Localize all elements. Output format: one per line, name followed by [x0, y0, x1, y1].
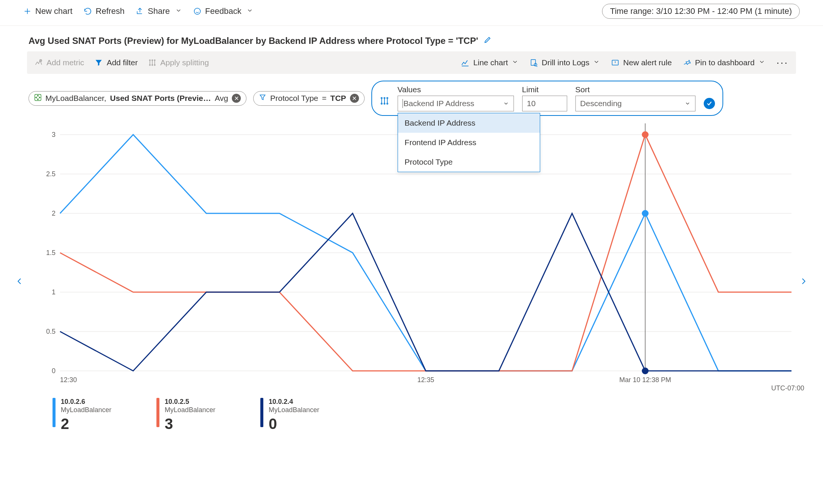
legend-item[interactable]: 10.0.2.6 MyLoadBalancer 2 — [53, 398, 111, 433]
svg-text:0: 0 — [52, 367, 56, 375]
svg-text:1.5: 1.5 — [46, 249, 56, 256]
svg-point-0 — [194, 8, 201, 15]
refresh-label: Refresh — [96, 6, 125, 16]
edit-title-button[interactable] — [484, 36, 492, 46]
top-toolbar: New chart Refresh Share Feedback Time ra… — [0, 0, 823, 26]
dropdown-option-frontend-ip[interactable]: Frontend IP Address — [398, 133, 540, 152]
new-chart-label: New chart — [35, 6, 72, 16]
smiley-icon — [193, 7, 201, 15]
remove-metric-button[interactable]: ✕ — [232, 94, 241, 103]
next-chart-button[interactable] — [795, 272, 812, 292]
time-range-label: Time range: 3/10 12:30 PM - 12:40 PM (1 … — [610, 6, 792, 16]
drill-into-logs-button[interactable]: Drill into Logs — [530, 58, 600, 67]
chart-type-label: Line chart — [473, 58, 508, 67]
legend-item[interactable]: 10.0.2.5 MyLoadBalancer 3 — [156, 398, 215, 433]
add-metric-icon — [35, 58, 43, 67]
feedback-button[interactable]: Feedback — [193, 6, 254, 16]
more-options-button[interactable]: ··· — [776, 57, 788, 69]
add-filter-label: Add filter — [107, 58, 138, 67]
pin-icon — [683, 58, 691, 67]
splitting-icon — [148, 58, 156, 67]
chart-type-button[interactable]: Line chart — [461, 58, 518, 67]
filter-pill-val: TCP — [330, 94, 346, 103]
chart-legend: 10.0.2.6 MyLoadBalancer 2 10.0.2.5 MyLoa… — [53, 398, 808, 433]
metric-pill-metric: Used SNAT Ports (Previe… — [110, 94, 211, 103]
chart-title: Avg Used SNAT Ports (Preview) for MyLoad… — [29, 36, 478, 46]
legend-color-bar — [53, 398, 56, 427]
chart-title-row: Avg Used SNAT Ports (Preview) for MyLoad… — [0, 26, 823, 51]
new-alert-rule-button[interactable]: New alert rule — [611, 58, 672, 67]
legend-item[interactable]: 10.0.2.4 MyLoadBalancer 0 — [260, 398, 319, 433]
limit-input[interactable] — [522, 96, 567, 111]
pin-to-dashboard-button[interactable]: Pin to dashboard — [683, 58, 765, 67]
chevron-down-icon — [246, 6, 253, 16]
apply-split-check[interactable] — [704, 98, 715, 109]
legend-resource: MyLoadBalancer — [269, 406, 319, 414]
sort-label: Sort — [575, 85, 695, 94]
legend-value: 2 — [61, 415, 111, 433]
values-label: Values — [398, 85, 514, 94]
splitting-active-icon — [380, 96, 389, 111]
filter-pill[interactable]: Protocol Type = TCP ✕ — [253, 91, 364, 106]
sort-select-value: Descending — [580, 99, 622, 108]
resource-icon — [34, 94, 42, 103]
chevron-down-icon — [593, 58, 600, 67]
feedback-label: Feedback — [205, 6, 242, 16]
refresh-button[interactable]: Refresh — [84, 6, 125, 16]
filter-icon — [95, 58, 103, 67]
logs-icon — [530, 58, 538, 67]
remove-filter-button[interactable]: ✕ — [350, 94, 359, 103]
legend-ip: 10.0.2.4 — [269, 398, 319, 406]
legend-value: 3 — [165, 415, 215, 433]
legend-color-bar — [156, 398, 159, 427]
legend-ip: 10.0.2.5 — [165, 398, 215, 406]
svg-text:12:35: 12:35 — [417, 376, 434, 384]
filter-icon — [259, 94, 266, 103]
drill-into-logs-label: Drill into Logs — [542, 58, 589, 67]
chevron-down-icon — [512, 58, 518, 67]
legend-ip: 10.0.2.6 — [61, 398, 111, 406]
values-select-value: Backend IP Address — [402, 99, 475, 108]
share-label: Share — [148, 6, 170, 16]
share-button[interactable]: Share — [136, 6, 182, 16]
svg-text:2.5: 2.5 — [46, 170, 56, 178]
time-range-picker[interactable]: Time range: 3/10 12:30 PM - 12:40 PM (1 … — [602, 4, 800, 19]
chevron-down-icon — [503, 100, 509, 106]
chart-area: 00.511.522.5312:3012:35Mar 10 12:38 PM U… — [15, 131, 808, 433]
legend-resource: MyLoadBalancer — [61, 406, 111, 414]
apply-splitting-button[interactable]: Apply splitting — [148, 58, 209, 67]
new-chart-button[interactable]: New chart — [23, 6, 72, 16]
line-chart-icon — [461, 58, 470, 67]
add-metric-button[interactable]: Add metric — [35, 58, 84, 67]
metric-pill-agg: Avg — [215, 94, 228, 103]
svg-rect-8 — [531, 60, 536, 66]
filter-pill-key: Protocol Type — [270, 94, 318, 103]
refresh-icon — [84, 7, 92, 15]
svg-text:1: 1 — [52, 288, 56, 296]
svg-text:0.5: 0.5 — [46, 328, 56, 335]
metric-pill-resource: MyLoadBalancer, — [45, 94, 106, 103]
chevron-down-icon — [758, 58, 765, 67]
timezone-label: UTC-07:00 — [771, 384, 804, 392]
svg-point-36 — [642, 210, 649, 217]
share-icon — [136, 7, 144, 15]
svg-point-37 — [642, 131, 649, 138]
limit-label: Limit — [522, 85, 567, 94]
metric-pill[interactable]: MyLoadBalancer, Used SNAT Ports (Previe…… — [29, 91, 246, 106]
prev-chart-button[interactable] — [11, 272, 28, 292]
values-select[interactable]: Backend IP Address — [398, 96, 514, 111]
pill-row: MyLoadBalancer, Used SNAT Ports (Previe…… — [0, 81, 823, 120]
legend-resource: MyLoadBalancer — [165, 406, 215, 414]
dropdown-option-protocol-type[interactable]: Protocol Type — [398, 152, 540, 172]
svg-text:Mar 10 12:38 PM: Mar 10 12:38 PM — [619, 376, 671, 384]
split-panel: Values Backend IP Address Limit Sort Des… — [371, 81, 723, 116]
chart-toolbar: Add metric Add filter Apply splitting Li… — [27, 51, 796, 74]
pin-to-dashboard-label: Pin to dashboard — [695, 58, 755, 67]
sort-select[interactable]: Descending — [575, 96, 695, 111]
dropdown-option-backend-ip[interactable]: Backend IP Address — [398, 113, 540, 133]
svg-point-38 — [642, 368, 649, 374]
chevron-down-icon — [175, 6, 182, 16]
alert-icon — [611, 58, 619, 67]
add-filter-button[interactable]: Add filter — [95, 58, 138, 67]
legend-value: 0 — [269, 415, 319, 433]
